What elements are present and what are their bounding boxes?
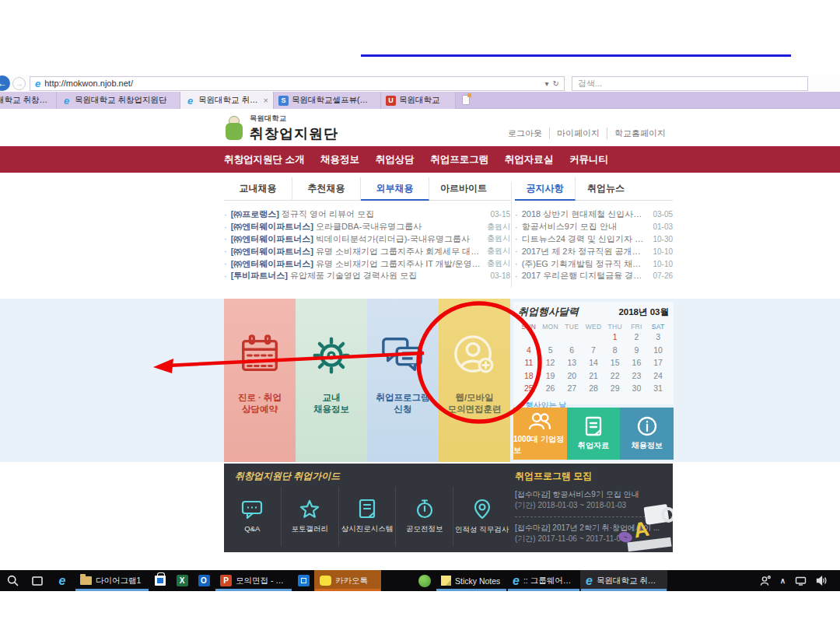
guide-item-aptitude-test[interactable]: 인적성 직무검사 bbox=[453, 487, 510, 546]
calendar-date-cell[interactable]: 17 bbox=[647, 358, 669, 371]
calendar-date-cell[interactable]: 1 bbox=[604, 332, 626, 345]
taskbar-app-kakaotalk[interactable]: 카카오톡 bbox=[314, 570, 381, 591]
nav-item[interactable]: 취업프로그램 bbox=[430, 153, 488, 166]
jobs-tab[interactable]: 추천채용 bbox=[292, 177, 361, 201]
calendar-date-cell[interactable]: 13 bbox=[561, 358, 583, 371]
refresh-icon[interactable]: ↻ bbox=[553, 79, 559, 88]
nav-item[interactable]: 취업자료실 bbox=[505, 153, 554, 166]
logout-link[interactable]: 로그아웃 bbox=[501, 128, 549, 139]
dropdown-icon[interactable]: ▾ bbox=[545, 79, 549, 88]
calendar-date-cell[interactable]: 20 bbox=[561, 371, 583, 384]
search-input[interactable]: 검색... bbox=[572, 76, 808, 91]
notice-row[interactable]: · 2017 우리은행 디지털금융 경력직 채용 07-26 bbox=[515, 270, 673, 282]
browser-tab[interactable]: S 목원대학교셀프뷰(웹/모바일 ... bbox=[274, 92, 381, 109]
calendar-date-cell[interactable]: 14 bbox=[583, 358, 604, 371]
taskbar-ie-button[interactable]: e bbox=[50, 570, 75, 591]
job-row[interactable]: · [투비파트너스] 유압제품 기술영업 경력사원 모집 03-18 bbox=[224, 270, 510, 282]
url-text[interactable]: http://mokwon.njob.net/ bbox=[44, 79, 541, 88]
people-tray-icon[interactable] bbox=[760, 576, 771, 586]
jobs-tab[interactable]: 외부채용 bbox=[361, 177, 429, 201]
volume-icon[interactable] bbox=[816, 576, 828, 586]
network-icon[interactable] bbox=[795, 576, 807, 586]
url-field[interactable]: e http://mokwon.njob.net/ ▾ ↻ bbox=[30, 76, 565, 91]
calendar-date-cell[interactable]: 28 bbox=[583, 383, 604, 397]
tray-expand-icon[interactable]: ∧ bbox=[780, 576, 786, 585]
nav-item[interactable]: 취창업지원단 소개 bbox=[224, 153, 304, 166]
calendar-date-cell[interactable]: 7 bbox=[583, 345, 604, 359]
calendar-date-cell[interactable]: 2 bbox=[626, 332, 648, 345]
calendar-date-cell[interactable]: 10 bbox=[647, 345, 669, 359]
notice-row[interactable]: · 항공서비스9기 모집 안내 01-03 bbox=[515, 221, 673, 233]
calendar-date-cell[interactable]: 15 bbox=[604, 358, 626, 371]
calendar-date-cell[interactable]: 8 bbox=[604, 345, 626, 359]
calendar-date-cell[interactable]: 30 bbox=[626, 383, 648, 397]
recruit-info-button[interactable]: 채용정보 bbox=[620, 408, 674, 460]
new-tab-button[interactable] bbox=[456, 92, 476, 108]
calendar-date-cell[interactable]: 9 bbox=[626, 345, 648, 359]
calendar-date-cell[interactable] bbox=[540, 332, 562, 345]
calendar-date-cell[interactable]: 11 bbox=[518, 358, 540, 371]
guide-item-qna[interactable]: Q&A bbox=[224, 487, 282, 546]
calendar-date-cell[interactable] bbox=[518, 332, 540, 345]
calendar-date-cell[interactable]: 3 bbox=[647, 332, 669, 345]
task-view-button[interactable] bbox=[25, 570, 50, 591]
job-row[interactable]: · [㈜엔터웨이파트너스] 빅데이터분석가(리더급)-국내유명그룹사 충원시 bbox=[224, 233, 510, 246]
card-mock-interview[interactable]: 웹/모바일 모의면접훈련 bbox=[439, 299, 510, 462]
taskbar-green-app-button[interactable] bbox=[414, 570, 436, 591]
nav-item[interactable]: 취업상담 bbox=[376, 153, 415, 166]
site-logo[interactable]: 목원대학교 취창업지원단 bbox=[224, 114, 338, 143]
browser-tab[interactable]: 목원대학교 취창업지원단 bbox=[0, 92, 57, 109]
calendar-date-cell[interactable]: 18 bbox=[518, 371, 540, 384]
taskbar-app-groupware[interactable]: e :: 그룹웨어시스템 ... bbox=[507, 570, 580, 591]
calendar-date-cell[interactable] bbox=[561, 332, 583, 345]
back-button[interactable]: ← bbox=[0, 75, 10, 91]
calendar-date-cell[interactable]: 22 bbox=[604, 371, 626, 384]
notice-row[interactable]: · 2017년 제 2차 정규직원 공개채용 10-10 bbox=[515, 245, 673, 257]
card-counsel-reservation[interactable]: 진로 · 취업 상담예약 bbox=[224, 299, 296, 462]
mypage-link[interactable]: 마이페이지 bbox=[549, 128, 607, 139]
taskbar-app-mokwon[interactable]: e 목원대학교 취창업... bbox=[580, 570, 667, 591]
calendar-date-cell[interactable]: 25 bbox=[518, 383, 540, 397]
tab-close-icon[interactable]: × bbox=[264, 96, 268, 105]
taskbar-search-button[interactable] bbox=[0, 570, 25, 591]
calendar-date-cell[interactable]: 24 bbox=[647, 371, 669, 384]
forward-button[interactable]: → bbox=[12, 77, 26, 90]
card-campus-jobs[interactable]: 교내 채용정보 bbox=[296, 299, 367, 462]
school-home-link[interactable]: 학교홈페이지 bbox=[607, 128, 673, 139]
notice-row[interactable]: · 디트뉴스24 경력 및 신입기자 모집 10-30 bbox=[515, 233, 673, 246]
calendar-date-cell[interactable]: 16 bbox=[626, 358, 648, 371]
taskbar-app-diagram[interactable]: 다이어그램1 bbox=[75, 570, 149, 591]
guide-item-contest-info[interactable]: 공모전정보 bbox=[396, 487, 453, 546]
nav-item[interactable]: 커뮤니티 bbox=[569, 153, 608, 166]
taskbar-app-sticky-notes[interactable]: Sticky Notes bbox=[436, 570, 507, 591]
calendar-date-cell[interactable]: 4 bbox=[518, 345, 540, 359]
calendar-date-cell[interactable]: 6 bbox=[561, 345, 583, 359]
taskbar-app-powerpoint[interactable]: P 모의면접 - PowerP... bbox=[215, 570, 292, 591]
jobs-tab[interactable]: 교내채용 bbox=[224, 177, 292, 201]
calendar-date-cell[interactable]: 21 bbox=[583, 371, 604, 384]
job-materials-button[interactable]: 취업자료 bbox=[567, 408, 621, 460]
calendar-date-cell[interactable] bbox=[583, 332, 604, 345]
guide-item-photo-gallery[interactable]: 포토갤러리 bbox=[282, 487, 339, 546]
calendar-date-cell[interactable]: 23 bbox=[626, 371, 648, 384]
calendar-date-cell[interactable]: 5 bbox=[540, 345, 562, 359]
browser-tab[interactable]: e 목원대학교 취창업지원단 bbox=[57, 92, 180, 109]
calendar-date-cell[interactable]: 29 bbox=[604, 383, 626, 397]
browser-tab[interactable]: e 목원대학교 취창업지원단 × bbox=[180, 92, 274, 109]
jobs-tab[interactable]: 아르바이트 bbox=[429, 177, 498, 201]
notice-tab[interactable]: 공지사항 bbox=[515, 177, 576, 201]
job-row[interactable]: · [㈜엔터웨이파트너스] 유명 소비재기업 그룹지주사 회계세무 대리급 충원… bbox=[224, 245, 510, 257]
nav-item[interactable]: 채용정보 bbox=[320, 153, 359, 166]
calendar-date-cell[interactable]: 12 bbox=[540, 358, 562, 371]
notice-row[interactable]: · (주)EG 기획개발팀 정규직 채용 공고 10-10 bbox=[515, 257, 673, 270]
top1000-companies-button[interactable]: 1000대 기업정보 bbox=[513, 408, 567, 460]
calendar-date-cell[interactable]: 27 bbox=[561, 383, 583, 397]
browser-tab[interactable]: U 목원대학교 bbox=[381, 92, 456, 109]
job-row[interactable]: · [㈜엔터웨이파트너스] 오라클DBA-국내유명그룹사 충원시 bbox=[224, 221, 510, 233]
taskbar-excel-button[interactable]: X bbox=[171, 570, 193, 591]
calendar-date-cell[interactable]: 26 bbox=[540, 383, 562, 397]
job-row[interactable]: · [㈜엔터웨이파트너스] 유명 소비재기업 그룹지주사 IT 개발/운영 대.… bbox=[224, 257, 510, 270]
card-program-apply[interactable]: 취업프로그램 신청 bbox=[367, 299, 439, 462]
taskbar-photos-button[interactable] bbox=[292, 570, 314, 591]
guide-item-career-system[interactable]: 상시진로시스템 bbox=[339, 487, 397, 546]
